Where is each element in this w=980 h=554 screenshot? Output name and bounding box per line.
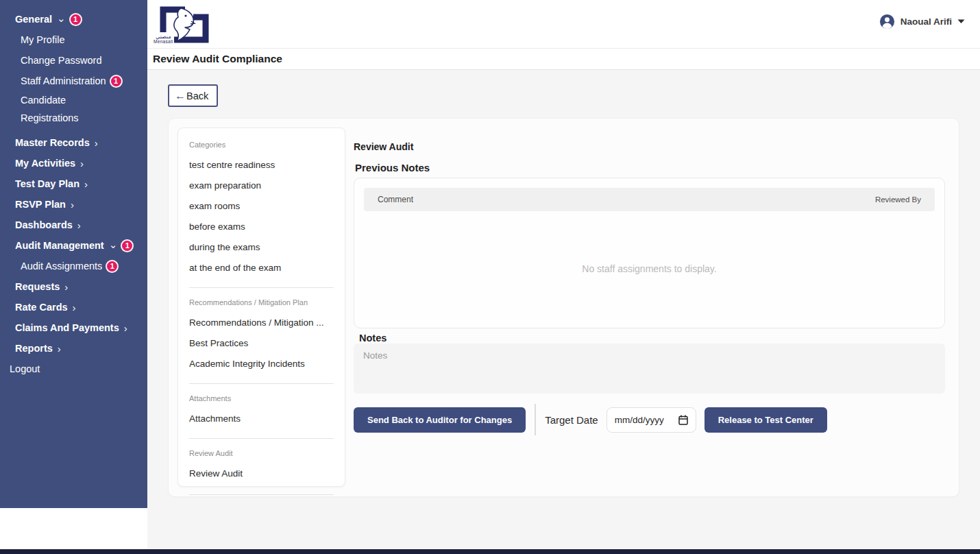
page-title-bar: Review Audit Compliance xyxy=(147,48,980,70)
category-item-best-practices[interactable]: Best Practices xyxy=(189,333,334,354)
window-bottom-edge xyxy=(0,549,980,554)
notification-badge: 1 xyxy=(69,13,82,26)
sidebar: General ⌄ 1 My Profile Change Password S… xyxy=(0,0,147,508)
sidebar-item-master-records[interactable]: Master Records › xyxy=(0,132,147,153)
main-content: ←Back Categories test centre readiness e… xyxy=(147,70,980,549)
sidebar-item-staff-administration[interactable]: Staff Administration 1 xyxy=(0,71,147,91)
logo-text-english: Menasati xyxy=(154,40,173,45)
table-header-row: Comment Reviewed By xyxy=(364,188,935,211)
divider xyxy=(189,494,334,495)
sidebar-item-general[interactable]: General ⌄ 1 xyxy=(0,9,147,29)
sidebar-item-audit-management[interactable]: Audit Management ⌄ 1 xyxy=(0,235,147,256)
sidebar-item-logout[interactable]: Logout xyxy=(0,359,147,379)
sidebar-item-rsvp-plan[interactable]: RSVP Plan › xyxy=(0,194,147,215)
actions-row: Send Back to Auditor for Changes Target … xyxy=(354,406,970,433)
sidebar-item-label: Candidate Registrations xyxy=(21,91,123,127)
sidebar-item-label: Requests xyxy=(15,281,60,292)
chevron-right-icon: › xyxy=(77,220,81,230)
chevron-right-icon: › xyxy=(73,302,76,313)
chevron-right-icon: › xyxy=(58,344,61,354)
caret-down-icon xyxy=(957,19,965,24)
category-item-during-the-exams[interactable]: during the exams xyxy=(189,237,334,258)
sidebar-item-candidate-registrations[interactable]: Candidate Registrations xyxy=(0,91,147,127)
target-date-label: Target Date xyxy=(545,414,598,426)
category-item-before-exams[interactable]: before exams xyxy=(189,217,334,237)
sidebar-item-change-password[interactable]: Change Password xyxy=(0,50,147,71)
sidebar-item-rate-cards[interactable]: Rate Cards › xyxy=(0,297,147,317)
category-item-recommendations-mitigation[interactable]: Recommendations / Mitigation ... xyxy=(189,313,334,333)
sidebar-item-claims-and-payments[interactable]: Claims And Payments › xyxy=(0,317,147,338)
notification-badge: 1 xyxy=(110,75,123,88)
sidebar-item-dashboards[interactable]: Dashboards › xyxy=(0,215,147,235)
chevron-down-icon: ⌄ xyxy=(57,13,66,23)
app-window: General ⌄ 1 My Profile Change Password S… xyxy=(0,0,980,554)
user-name: Naoual Arifi xyxy=(901,16,952,27)
sidebar-item-label: Master Records xyxy=(15,137,90,148)
previous-notes-heading: Previous Notes xyxy=(355,162,430,173)
category-item-review-audit[interactable]: Review Audit xyxy=(189,463,334,484)
sidebar-spacer xyxy=(0,127,147,132)
sidebar-item-label: Staff Administration xyxy=(21,75,106,86)
chevron-right-icon: › xyxy=(124,323,127,333)
sidebar-item-audit-assignments[interactable]: Audit Assignments 1 xyxy=(0,256,147,276)
sidebar-item-label: My Profile xyxy=(21,34,64,45)
back-arrow-icon: ← xyxy=(175,90,186,102)
calendar-icon xyxy=(678,415,688,425)
chevron-down-icon: ⌄ xyxy=(109,239,118,250)
sidebar-item-label: General xyxy=(15,14,52,25)
sidebar-item-label: Claims And Payments xyxy=(15,322,119,333)
notes-heading: Notes xyxy=(359,333,387,344)
categories-panel: Categories test centre readiness exam pr… xyxy=(177,128,345,487)
category-item-attachments[interactable]: Attachments xyxy=(189,409,334,429)
sidebar-item-requests[interactable]: Requests › xyxy=(0,276,147,297)
sidebar-item-label: Audit Assignments xyxy=(21,261,102,272)
category-section-title: Review Audit xyxy=(189,449,334,457)
review-audit-heading: Review Audit xyxy=(354,141,413,152)
category-item-academic-integrity-incidents[interactable]: Academic Integrity Incidents xyxy=(189,354,334,374)
sidebar-item-label: Dashboards xyxy=(15,219,73,230)
chevron-right-icon: › xyxy=(64,282,68,292)
chevron-right-icon: › xyxy=(80,158,84,169)
send-back-to-auditor-button[interactable]: Send Back to Auditor for Changes xyxy=(354,407,526,433)
column-header-comment: Comment xyxy=(378,195,413,204)
menasati-logo: منصتي Menasati xyxy=(152,3,211,46)
category-item-exam-preparation[interactable]: exam preparation xyxy=(189,176,334,196)
sidebar-item-my-profile[interactable]: My Profile xyxy=(0,29,147,50)
category-item-at-the-end-of-the-exam[interactable]: at the end of the exam xyxy=(189,258,334,278)
sidebar-item-label: Audit Management xyxy=(15,240,104,251)
notes-input[interactable] xyxy=(354,344,945,394)
sidebar-item-label: My Activities xyxy=(15,158,75,169)
sidebar-item-label: Reports xyxy=(15,343,53,354)
sidebar-item-test-day-plan[interactable]: Test Day Plan › xyxy=(0,173,147,194)
sidebar-item-label: RSVP Plan xyxy=(15,199,66,210)
category-section-title: Categories xyxy=(189,141,334,149)
date-placeholder: mm/dd/yyyy xyxy=(615,415,664,425)
chevron-right-icon: › xyxy=(71,200,74,210)
vertical-divider xyxy=(535,404,536,435)
table-empty-message: No staff assignments to display. xyxy=(354,263,944,274)
review-audit-card: Categories test centre readiness exam pr… xyxy=(168,118,959,497)
notification-badge: 1 xyxy=(121,239,134,252)
back-button-label: Back xyxy=(186,91,208,101)
column-header-reviewed-by: Reviewed By xyxy=(875,195,921,204)
category-item-exam-rooms[interactable]: exam rooms xyxy=(189,196,334,217)
category-section-title: Attachments xyxy=(189,394,334,402)
sidebar-item-my-activities[interactable]: My Activities › xyxy=(0,153,147,173)
top-header: منصتي Menasati Naoual Arifi xyxy=(147,0,980,48)
back-button[interactable]: ←Back xyxy=(168,84,218,107)
previous-notes-table: Comment Reviewed By No staff assignments… xyxy=(354,178,945,328)
divider xyxy=(189,438,334,439)
release-to-test-center-button[interactable]: Release to Test Center xyxy=(705,407,827,433)
sidebar-item-label: Test Day Plan xyxy=(15,178,79,189)
category-item-test-centre-readiness[interactable]: test centre readiness xyxy=(189,155,334,176)
sidebar-item-reports[interactable]: Reports › xyxy=(0,338,147,359)
user-menu[interactable]: Naoual Arifi xyxy=(879,14,965,29)
user-avatar-icon xyxy=(879,14,895,29)
sidebar-item-label: Logout xyxy=(10,363,40,374)
notification-badge: 1 xyxy=(106,260,119,273)
sidebar-item-label: Change Password xyxy=(21,55,102,66)
category-section-title: Recommendations / Mitigation Plan xyxy=(189,298,334,306)
target-date-input[interactable]: mm/dd/yyyy xyxy=(607,407,696,433)
divider xyxy=(189,383,334,384)
sidebar-item-label: Rate Cards xyxy=(15,302,68,313)
